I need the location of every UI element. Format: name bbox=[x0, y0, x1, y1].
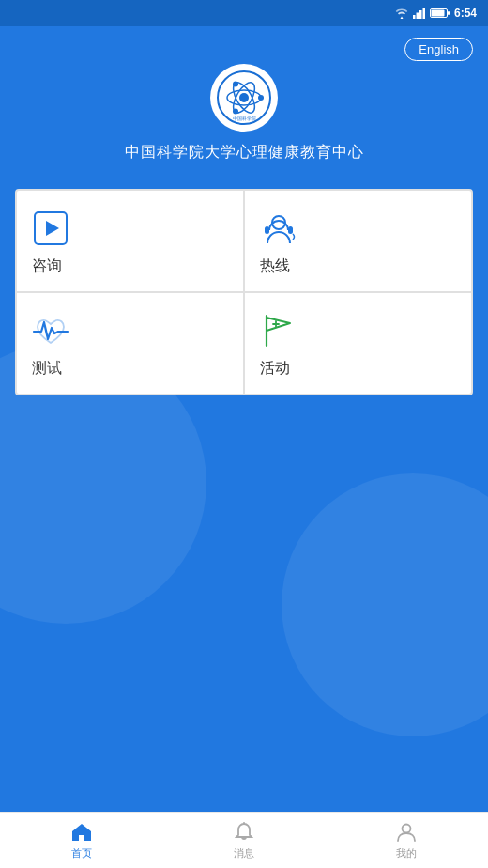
svg-point-25 bbox=[403, 824, 411, 832]
svg-rect-5 bbox=[448, 11, 450, 15]
activity-label: 活动 bbox=[260, 359, 290, 379]
messages-icon bbox=[233, 821, 255, 844]
bg-decoration-2 bbox=[282, 473, 488, 736]
svg-marker-17 bbox=[46, 221, 59, 236]
logo-area: 中国科学院 中国科学院大学心理健康教育中心 bbox=[125, 64, 364, 163]
signal-icon bbox=[413, 8, 426, 19]
svg-text:中国科学院: 中国科学院 bbox=[233, 116, 256, 121]
svg-point-12 bbox=[258, 95, 264, 101]
home-icon bbox=[70, 821, 93, 844]
bottom-nav: 首页 消息 我的 bbox=[0, 812, 488, 868]
svg-point-13 bbox=[233, 81, 238, 86]
svg-rect-3 bbox=[422, 8, 425, 19]
grid-item-activity[interactable]: 活动 bbox=[245, 293, 471, 394]
svg-rect-2 bbox=[419, 10, 422, 19]
grid-item-consult[interactable]: 咨询 bbox=[17, 191, 243, 291]
svg-point-14 bbox=[233, 109, 238, 115]
logo-circle: 中国科学院 bbox=[210, 64, 278, 132]
nav-messages-label: 消息 bbox=[234, 846, 254, 860]
hotline-label: 热线 bbox=[260, 256, 290, 276]
activity-icon bbox=[260, 312, 297, 349]
svg-rect-6 bbox=[431, 10, 444, 17]
svg-rect-0 bbox=[413, 15, 416, 19]
svg-rect-1 bbox=[416, 13, 419, 20]
consult-icon bbox=[32, 209, 69, 247]
wifi-icon bbox=[394, 8, 409, 19]
consult-label: 咨询 bbox=[32, 256, 62, 276]
svg-point-8 bbox=[239, 93, 249, 102]
english-button[interactable]: English bbox=[404, 38, 473, 61]
nav-profile-label: 我的 bbox=[396, 846, 417, 860]
nav-item-home[interactable]: 首页 bbox=[0, 813, 162, 868]
battery-icon bbox=[430, 8, 450, 19]
cas-logo-icon: 中国科学院 bbox=[216, 70, 272, 126]
grid-item-hotline[interactable]: 热线 bbox=[245, 191, 471, 291]
profile-icon bbox=[395, 821, 418, 844]
nav-item-messages[interactable]: 消息 bbox=[162, 813, 325, 868]
time-display: 6:54 bbox=[454, 7, 477, 20]
hotline-icon bbox=[260, 209, 297, 247]
nav-item-profile[interactable]: 我的 bbox=[326, 813, 488, 868]
status-bar: 6:54 bbox=[0, 0, 488, 26]
main-content: English 中国科学院 中国科学院大学心理健康教育中心 bbox=[0, 26, 488, 812]
app-title: 中国科学院大学心理健康教育中心 bbox=[125, 143, 364, 163]
status-icons: 6:54 bbox=[394, 7, 477, 20]
nav-home-label: 首页 bbox=[71, 846, 92, 860]
